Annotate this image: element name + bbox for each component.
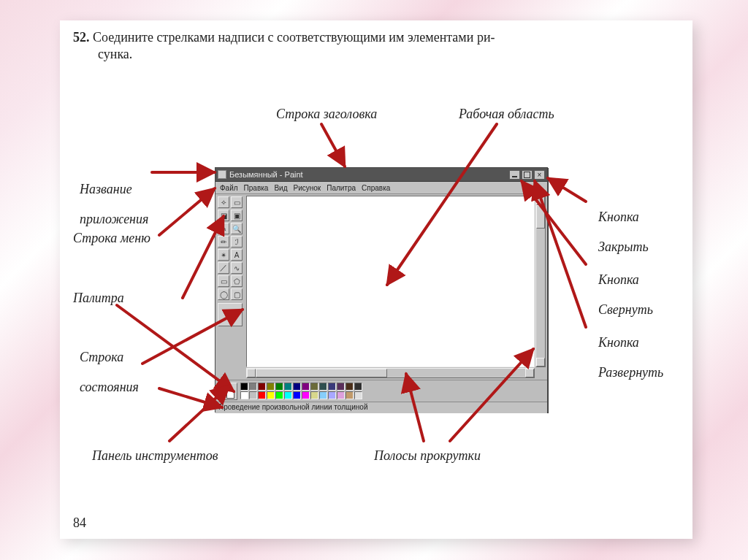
- horizontal-scrollbar[interactable]: [246, 368, 535, 378]
- resize-grip[interactable]: [535, 368, 546, 378]
- scroll-down-button[interactable]: [536, 358, 545, 367]
- color-swatch[interactable]: [328, 383, 336, 391]
- toolbox: ✧ ▭ ◪ ▣ ✎ 🔍 ✏ ℐ ✴ A ／ ∿ ▭ ⬠ ◯ ▢: [215, 194, 245, 380]
- label-app-name: Название приложения: [73, 166, 148, 227]
- paint-body: ✧ ▭ ◪ ▣ ✎ 🔍 ✏ ℐ ✴ A ／ ∿ ▭ ⬠ ◯ ▢: [215, 194, 547, 380]
- menu-item[interactable]: Справка: [362, 184, 390, 192]
- tool-text[interactable]: A: [231, 249, 243, 261]
- color-swatch[interactable]: [319, 391, 327, 399]
- label-title-bar: Строка заголовка: [276, 107, 377, 122]
- app-icon: [218, 170, 226, 179]
- tool-options[interactable]: [218, 303, 243, 326]
- color-swatch[interactable]: [328, 391, 336, 399]
- maximize-icon: [524, 172, 530, 178]
- label-scrollbars: Полосы прокрутки: [374, 448, 481, 464]
- scroll-left-button[interactable]: [247, 369, 256, 377]
- color-swatch[interactable]: [346, 383, 354, 391]
- color-swatch[interactable]: [302, 383, 310, 391]
- tool-airbrush[interactable]: ✴: [218, 249, 229, 261]
- color-swatch[interactable]: [337, 383, 345, 391]
- close-button[interactable]: ×: [534, 170, 545, 180]
- minimize-icon: [512, 176, 517, 177]
- tool-select[interactable]: ▭: [231, 196, 243, 208]
- tool-brush[interactable]: ℐ: [231, 236, 243, 248]
- window-title: Безымянный - Paint: [229, 170, 509, 179]
- task-line2: сунка.: [98, 46, 672, 63]
- tool-pencil[interactable]: ✏: [218, 236, 229, 248]
- menu-bar: Файл Правка Вид Рисунок Палитра Справка: [215, 182, 547, 194]
- label-toolbox: Панель инструментов: [92, 448, 218, 464]
- task-line1: Соедините стрелками надписи с соответств…: [93, 30, 495, 45]
- color-swatch[interactable]: [275, 383, 283, 391]
- label-menu-bar: Строка меню: [73, 231, 150, 246]
- color-swatch[interactable]: [354, 391, 362, 399]
- canvas[interactable]: [246, 196, 535, 367]
- color-swatch[interactable]: [293, 383, 301, 391]
- task-text: 52. Соедините стрелками надписи с соотве…: [73, 29, 672, 62]
- tool-line[interactable]: ／: [218, 262, 229, 274]
- label-status-bar: Строка состояния: [73, 334, 139, 395]
- color-swatch[interactable]: [346, 391, 354, 399]
- label-work-area: Рабочая область: [459, 107, 554, 122]
- tool-rect[interactable]: ▭: [218, 275, 229, 287]
- vertical-scrollbar[interactable]: [535, 196, 546, 367]
- window-controls: ×: [509, 170, 545, 180]
- color-swatch[interactable]: [249, 383, 257, 391]
- tool-roundrect[interactable]: ▢: [231, 288, 243, 300]
- label-close: Кнопка Закрыть: [592, 194, 649, 255]
- title-bar[interactable]: Безымянный - Paint ×: [215, 168, 547, 182]
- color-swatch[interactable]: [267, 383, 275, 391]
- color-swatch[interactable]: [275, 391, 283, 399]
- menu-item[interactable]: Правка: [244, 184, 269, 192]
- menu-item[interactable]: Рисунок: [293, 184, 321, 192]
- tool-zoom[interactable]: 🔍: [231, 223, 243, 234]
- label-maximize: Кнопка Развернуть: [592, 320, 663, 380]
- minimize-button[interactable]: [509, 170, 520, 180]
- status-text: Проведение произвольной линии толщиной: [218, 403, 367, 411]
- scroll-thumb-v[interactable]: [536, 205, 545, 229]
- maximize-button[interactable]: [522, 170, 533, 180]
- color-swatch[interactable]: [284, 383, 292, 391]
- tool-free-select[interactable]: ✧: [218, 196, 229, 208]
- color-swatch[interactable]: [267, 391, 275, 399]
- color-swatches: [240, 383, 362, 399]
- color-swatch[interactable]: [310, 383, 318, 391]
- tool-curve[interactable]: ∿: [231, 262, 243, 274]
- scroll-up-button[interactable]: [536, 196, 545, 205]
- color-swatch[interactable]: [249, 391, 257, 399]
- tool-polygon[interactable]: ⬠: [231, 275, 243, 287]
- status-bar: Проведение произвольной линии толщиной: [215, 402, 547, 413]
- color-swatch[interactable]: [302, 391, 310, 399]
- color-swatch[interactable]: [337, 391, 345, 399]
- color-swatch[interactable]: [319, 383, 327, 391]
- scroll-thumb-h[interactable]: [256, 369, 387, 377]
- paint-window: Безымянный - Paint × Файл Правка Вид Рис…: [215, 167, 548, 413]
- color-swatch[interactable]: [240, 383, 248, 391]
- task-number: 52.: [73, 30, 90, 45]
- label-minimize: Кнопка Свернуть: [592, 257, 653, 318]
- color-swatch[interactable]: [240, 391, 248, 399]
- tool-picker[interactable]: ✎: [218, 223, 229, 234]
- close-icon: ×: [538, 171, 542, 179]
- color-swatch[interactable]: [310, 391, 318, 399]
- color-swatch[interactable]: [284, 391, 292, 399]
- tool-fill[interactable]: ▣: [231, 210, 243, 221]
- color-palette: [215, 380, 547, 402]
- current-colors[interactable]: [218, 383, 237, 400]
- color-swatch[interactable]: [354, 383, 362, 391]
- menu-item[interactable]: Вид: [274, 184, 287, 192]
- color-swatch[interactable]: [293, 391, 301, 399]
- canvas-area: [245, 194, 547, 380]
- color-swatch[interactable]: [258, 383, 266, 391]
- label-palette: Палитра: [73, 291, 124, 306]
- tool-eraser[interactable]: ◪: [218, 210, 229, 221]
- scroll-right-button[interactable]: [525, 369, 534, 377]
- page-number: 84: [73, 515, 86, 531]
- menu-item[interactable]: Файл: [220, 184, 238, 192]
- tool-ellipse[interactable]: ◯: [218, 288, 229, 300]
- menu-item[interactable]: Палитра: [327, 184, 356, 192]
- color-swatch[interactable]: [258, 391, 266, 399]
